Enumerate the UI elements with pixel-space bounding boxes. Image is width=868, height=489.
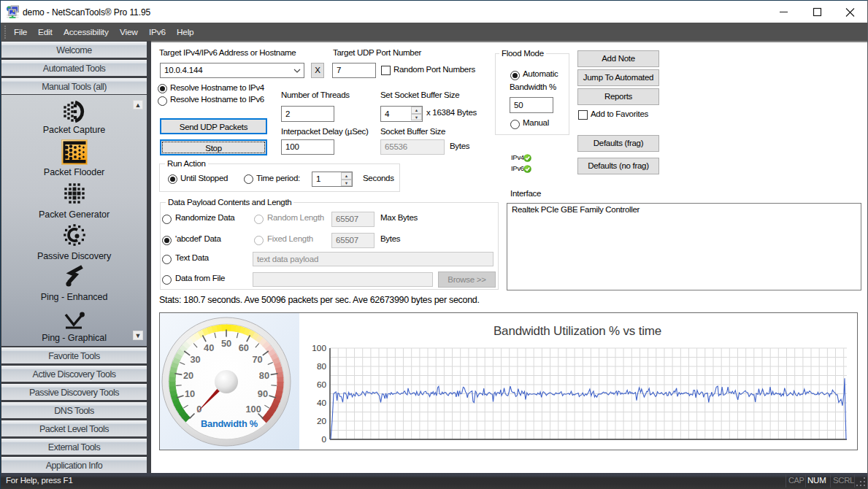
svg-text:100: 100 bbox=[312, 343, 326, 353]
svg-text:80: 80 bbox=[317, 361, 327, 371]
svg-text:Bandwidth Utilization % vs tim: Bandwidth Utilization % vs time bbox=[493, 324, 661, 338]
svg-text:0: 0 bbox=[321, 434, 326, 444]
svg-text:60: 60 bbox=[317, 380, 327, 390]
svg-text:40: 40 bbox=[317, 398, 327, 408]
svg-text:20: 20 bbox=[317, 416, 327, 426]
